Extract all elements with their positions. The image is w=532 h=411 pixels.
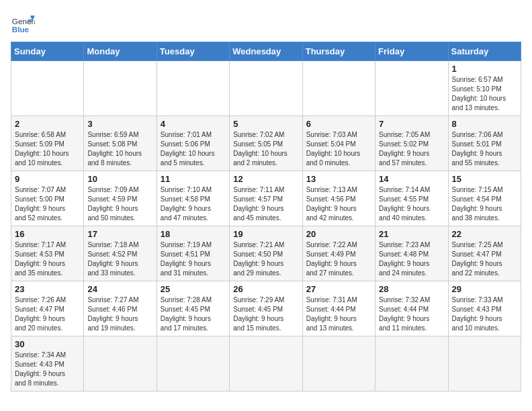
day-info: Sunrise: 7:15 AM Sunset: 4:54 PM Dayligh… (452, 185, 517, 223)
day-info: Sunrise: 7:29 AM Sunset: 4:45 PM Dayligh… (233, 295, 298, 333)
day-info: Sunrise: 7:11 AM Sunset: 4:57 PM Dayligh… (233, 185, 298, 223)
day-info: Sunrise: 6:58 AM Sunset: 5:09 PM Dayligh… (15, 130, 80, 168)
weekday-header-thursday: Thursday (302, 42, 375, 61)
calendar-cell: 21Sunrise: 7:23 AM Sunset: 4:48 PM Dayli… (375, 226, 448, 281)
day-info: Sunrise: 7:01 AM Sunset: 5:06 PM Dayligh… (161, 130, 226, 168)
day-info: Sunrise: 7:05 AM Sunset: 5:02 PM Dayligh… (379, 130, 444, 168)
day-number: 14 (379, 174, 444, 184)
day-info: Sunrise: 7:17 AM Sunset: 4:53 PM Dayligh… (15, 240, 80, 278)
day-info: Sunrise: 7:03 AM Sunset: 5:04 PM Dayligh… (306, 130, 371, 168)
calendar-cell: 5Sunrise: 7:02 AM Sunset: 5:05 PM Daylig… (230, 116, 302, 171)
day-number: 8 (452, 119, 517, 129)
calendar-cell (230, 336, 302, 392)
day-number: 12 (233, 174, 298, 184)
calendar-table: SundayMondayTuesdayWednesdayThursdayFrid… (11, 42, 521, 392)
calendar-cell: 18Sunrise: 7:19 AM Sunset: 4:51 PM Dayli… (157, 226, 229, 281)
day-number: 19 (233, 229, 298, 239)
calendar-cell: 29Sunrise: 7:33 AM Sunset: 4:43 PM Dayli… (448, 281, 521, 336)
calendar-cell: 10Sunrise: 7:09 AM Sunset: 4:59 PM Dayli… (84, 171, 157, 226)
calendar-cell (84, 61, 157, 116)
day-number: 26 (233, 284, 298, 294)
day-number: 4 (161, 119, 226, 129)
day-number: 18 (161, 229, 226, 239)
calendar-cell (11, 61, 84, 116)
weekday-header-saturday: Saturday (448, 42, 521, 61)
calendar-cell: 14Sunrise: 7:14 AM Sunset: 4:55 PM Dayli… (375, 171, 448, 226)
day-number: 25 (161, 284, 226, 294)
day-number: 2 (15, 119, 80, 129)
day-number: 30 (15, 339, 80, 349)
day-info: Sunrise: 7:10 AM Sunset: 4:58 PM Dayligh… (161, 185, 226, 223)
day-number: 9 (15, 174, 80, 184)
day-number: 7 (379, 119, 444, 129)
calendar-cell: 27Sunrise: 7:31 AM Sunset: 4:44 PM Dayli… (302, 281, 375, 336)
calendar-cell: 2Sunrise: 6:58 AM Sunset: 5:09 PM Daylig… (11, 116, 84, 171)
calendar-cell: 26Sunrise: 7:29 AM Sunset: 4:45 PM Dayli… (230, 281, 302, 336)
weekday-header-friday: Friday (375, 42, 448, 61)
day-info: Sunrise: 7:19 AM Sunset: 4:51 PM Dayligh… (161, 240, 226, 278)
calendar-cell: 20Sunrise: 7:22 AM Sunset: 4:49 PM Dayli… (302, 226, 375, 281)
weekday-header-wednesday: Wednesday (230, 42, 302, 61)
day-info: Sunrise: 7:34 AM Sunset: 4:43 PM Dayligh… (15, 351, 80, 388)
day-info: Sunrise: 7:26 AM Sunset: 4:47 PM Dayligh… (15, 295, 80, 333)
day-number: 11 (161, 174, 226, 184)
calendar-cell: 4Sunrise: 7:01 AM Sunset: 5:06 PM Daylig… (157, 116, 229, 171)
calendar-cell (375, 61, 448, 116)
page-header: General Blue (11, 11, 521, 35)
day-info: Sunrise: 7:02 AM Sunset: 5:05 PM Dayligh… (233, 130, 298, 168)
day-info: Sunrise: 7:07 AM Sunset: 5:00 PM Dayligh… (15, 185, 80, 223)
calendar-cell: 3Sunrise: 6:59 AM Sunset: 5:08 PM Daylig… (84, 116, 157, 171)
calendar-cell: 17Sunrise: 7:18 AM Sunset: 4:52 PM Dayli… (84, 226, 157, 281)
svg-text:Blue: Blue (12, 25, 30, 34)
calendar-cell: 28Sunrise: 7:32 AM Sunset: 4:44 PM Dayli… (375, 281, 448, 336)
calendar-week-1: 2Sunrise: 6:58 AM Sunset: 5:09 PM Daylig… (11, 116, 521, 171)
calendar-cell: 11Sunrise: 7:10 AM Sunset: 4:58 PM Dayli… (157, 171, 229, 226)
calendar-cell: 1Sunrise: 6:57 AM Sunset: 5:10 PM Daylig… (448, 61, 521, 116)
calendar-cell: 12Sunrise: 7:11 AM Sunset: 4:57 PM Dayli… (230, 171, 302, 226)
day-info: Sunrise: 7:22 AM Sunset: 4:49 PM Dayligh… (306, 240, 371, 278)
day-number: 27 (306, 284, 371, 294)
calendar-cell (302, 336, 375, 392)
calendar-week-5: 30Sunrise: 7:34 AM Sunset: 4:43 PM Dayli… (11, 336, 521, 392)
weekday-header-monday: Monday (84, 42, 157, 61)
calendar-cell: 30Sunrise: 7:34 AM Sunset: 4:43 PM Dayli… (11, 336, 84, 392)
day-number: 28 (379, 284, 444, 294)
day-number: 3 (87, 119, 152, 129)
day-number: 22 (452, 229, 517, 239)
day-info: Sunrise: 7:21 AM Sunset: 4:50 PM Dayligh… (233, 240, 298, 278)
calendar-cell (157, 61, 229, 116)
weekday-header-sunday: Sunday (11, 42, 84, 61)
day-number: 29 (452, 284, 517, 294)
day-number: 20 (306, 229, 371, 239)
day-number: 5 (233, 119, 298, 129)
day-number: 10 (87, 174, 152, 184)
day-number: 24 (87, 284, 152, 294)
day-info: Sunrise: 6:57 AM Sunset: 5:10 PM Dayligh… (452, 75, 517, 113)
calendar-cell: 9Sunrise: 7:07 AM Sunset: 5:00 PM Daylig… (11, 171, 84, 226)
calendar-cell (230, 61, 302, 116)
day-info: Sunrise: 7:18 AM Sunset: 4:52 PM Dayligh… (87, 240, 152, 278)
day-number: 15 (452, 174, 517, 184)
day-info: Sunrise: 7:27 AM Sunset: 4:46 PM Dayligh… (87, 295, 152, 333)
day-number: 23 (15, 284, 80, 294)
day-info: Sunrise: 7:23 AM Sunset: 4:48 PM Dayligh… (379, 240, 444, 278)
calendar-cell: 23Sunrise: 7:26 AM Sunset: 4:47 PM Dayli… (11, 281, 84, 336)
calendar-cell (448, 336, 521, 392)
calendar-cell (302, 61, 375, 116)
day-number: 17 (87, 229, 152, 239)
day-number: 13 (306, 174, 371, 184)
calendar-cell: 24Sunrise: 7:27 AM Sunset: 4:46 PM Dayli… (84, 281, 157, 336)
day-number: 1 (452, 64, 517, 74)
calendar-cell (84, 336, 157, 392)
calendar-cell: 13Sunrise: 7:13 AM Sunset: 4:56 PM Dayli… (302, 171, 375, 226)
weekday-header-row: SundayMondayTuesdayWednesdayThursdayFrid… (11, 42, 521, 61)
day-info: Sunrise: 7:31 AM Sunset: 4:44 PM Dayligh… (306, 295, 371, 333)
day-info: Sunrise: 7:25 AM Sunset: 4:47 PM Dayligh… (452, 240, 517, 278)
calendar-cell: 7Sunrise: 7:05 AM Sunset: 5:02 PM Daylig… (375, 116, 448, 171)
calendar-week-4: 23Sunrise: 7:26 AM Sunset: 4:47 PM Dayli… (11, 281, 521, 336)
calendar-cell: 19Sunrise: 7:21 AM Sunset: 4:50 PM Dayli… (230, 226, 302, 281)
calendar-cell: 15Sunrise: 7:15 AM Sunset: 4:54 PM Dayli… (448, 171, 521, 226)
calendar-week-0: 1Sunrise: 6:57 AM Sunset: 5:10 PM Daylig… (11, 61, 521, 116)
calendar-cell: 6Sunrise: 7:03 AM Sunset: 5:04 PM Daylig… (302, 116, 375, 171)
day-info: Sunrise: 7:13 AM Sunset: 4:56 PM Dayligh… (306, 185, 371, 223)
